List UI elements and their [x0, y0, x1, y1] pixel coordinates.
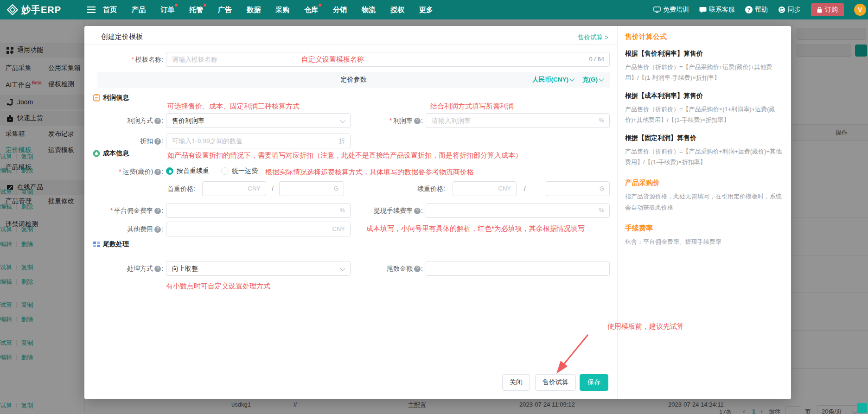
help-heading: 产品采购价 [625, 178, 783, 187]
sync-icon [778, 6, 785, 13]
first-weight-price-input[interactable] [202, 181, 266, 196]
next-weight-price-wrap: CNY [453, 181, 517, 196]
notification-dot [204, 4, 206, 6]
divider [617, 26, 618, 399]
contact-support-link[interactable]: 联系客服 [699, 6, 735, 14]
chevron-down-icon [599, 76, 604, 81]
profit-rate-input[interactable] [426, 113, 610, 128]
slash-separator: / [524, 181, 526, 196]
help-icon[interactable]: ? [154, 138, 161, 145]
help-subheading: 根据【成本利润率】算售价 [625, 92, 783, 100]
help-text: 指产品货源价格，此处无需填写，在引用定价模板时，系统会自动获取此价格 [625, 191, 783, 213]
question-circle-icon: ? [745, 6, 753, 13]
subscribe-button[interactable]: 订购 [811, 3, 844, 16]
help-icon[interactable]: ? [154, 266, 161, 272]
annotation-profit-method: 可选择售价、成本、固定利润三种核算方式 [167, 102, 300, 111]
annotation-profit-rate: 结合利润方式填写所需利润 [430, 102, 514, 111]
annotation-discount-note: 如产品有设置折扣的情况下，需要填写对应折扣（注意，此处不是直接给产品设置折扣，而… [167, 151, 522, 160]
template-name-field-wrap: 0 / 64 自定义设置模板名称 [166, 52, 610, 67]
commission-label: *平台佣金费率?: [94, 203, 163, 218]
nav-more[interactable]: 更多 [419, 6, 433, 14]
save-button[interactable]: 保存 [580, 374, 608, 391]
nav-hosting[interactable]: 托管 [189, 6, 203, 14]
nav-purchase[interactable]: 采购 [275, 6, 289, 14]
nav-home[interactable]: 首页 [103, 6, 117, 14]
profit-section-header: 利润信息 [93, 94, 129, 102]
help-subheading: 根据【售价利润率】算售价 [625, 50, 783, 58]
floating-service-button[interactable] [857, 403, 867, 413]
lock-icon [817, 7, 822, 13]
topbar: 妙手ERP 首页 产品 订单 托管 广告 数据 采购 仓库 分销 物流 授权 更… [0, 0, 868, 19]
nav-orders[interactable]: 订单 [160, 6, 174, 14]
help-icon[interactable]: ? [154, 169, 161, 175]
close-button[interactable]: 关闭 [502, 374, 530, 391]
help-icon[interactable]: ? [154, 226, 161, 233]
help-heading: 售价计算公式 [625, 32, 783, 41]
nav-ads[interactable]: 广告 [218, 6, 232, 14]
first-weight-price-wrap: CNY [202, 181, 266, 196]
screen: 通用功能 产品采集 公用采集箱 AI工作台Beta 侵权检测 Joom 快速上货… [0, 0, 868, 414]
radio-flat-shipping[interactable]: 统一运费 [221, 167, 258, 175]
first-weight-grams-input[interactable] [279, 181, 344, 196]
miaoshou-logo-icon [6, 4, 19, 16]
chevron-down-icon [340, 118, 345, 123]
currency-select[interactable]: 人民币(CNY) [532, 76, 574, 84]
tail-section-title: 尾数处理 [103, 240, 129, 248]
annotation-shipping: 根据实际情况选择运费核算方式，具体填写的数据要参考物流商价格 [265, 168, 474, 177]
next-weight-grams-input[interactable] [546, 181, 610, 196]
help-link[interactable]: ? 帮助 [745, 6, 768, 14]
nav-authorization[interactable]: 授权 [390, 6, 404, 14]
help-icon[interactable]: ? [414, 118, 421, 124]
radio-unselected-icon [221, 167, 229, 175]
nav-distribution[interactable]: 分销 [333, 6, 347, 14]
chat-bubble-icon [699, 6, 707, 13]
nav-product[interactable]: 产品 [132, 6, 146, 14]
help-icon[interactable]: ? [154, 118, 161, 124]
profit-method-select[interactable]: 售价利润率 [166, 113, 351, 128]
commission-rate-input[interactable] [166, 203, 351, 218]
brand-title: 妙手ERP [21, 0, 61, 19]
nav-warehouse[interactable]: 仓库 [304, 6, 318, 14]
hamburger-menu-icon[interactable] [87, 6, 96, 13]
template-name-input[interactable] [166, 52, 610, 67]
nav-data[interactable]: 数据 [247, 6, 261, 14]
shipping-radio-group: 按首重续重 统一运费 [166, 167, 258, 175]
cost-section-header: 成本信息 [93, 149, 129, 158]
profit-section-icon [93, 94, 100, 102]
required-mark: * [119, 168, 121, 175]
other-fee-field-wrap: CNY [166, 222, 351, 236]
nav-logistics[interactable]: 物流 [362, 6, 376, 14]
price-trial-button[interactable]: 售价试算 [535, 374, 576, 391]
first-weight-label: 首重价格: [167, 181, 195, 196]
withdraw-fee-input[interactable] [426, 203, 610, 218]
help-icon[interactable]: ? [414, 208, 421, 214]
radio-first-continue-weight[interactable]: 按首重续重 [166, 167, 209, 175]
modal-title: 创建定价模板 [101, 32, 143, 41]
tail-method-label: 处理方式?: [94, 261, 163, 276]
annotation-cost-fill: 成本填写，小问号里有具体的解析，红色*为必填项，其余根据情况填写 [366, 224, 585, 233]
help-icon[interactable]: ? [154, 208, 161, 214]
profit-method-label: 利润方式?: [94, 113, 163, 128]
help-formula: 产品售价（折前价）=【产品采购价×(1+利润率)+运费(藏价)+其他费用】/【(… [625, 104, 783, 126]
chevron-down-icon [569, 76, 574, 81]
required-mark: * [389, 117, 392, 124]
price-trial-top-link[interactable]: 售价试算 > [557, 33, 608, 42]
sync-link[interactable]: 同步 [778, 6, 801, 14]
discount-field-wrap: 折 [166, 134, 351, 148]
next-weight-grams-wrap: G [546, 181, 610, 196]
tail-method-select[interactable]: 向上取整 [166, 261, 351, 276]
weight-unit-select[interactable]: 克(G) [582, 76, 603, 84]
free-training-link[interactable]: 免费培训 [653, 6, 689, 14]
other-fee-input[interactable] [166, 222, 351, 236]
tail-section-header: 尾数处理 [93, 240, 129, 248]
commission-field-wrap: % [166, 203, 351, 218]
topbar-right: 免费培训 联系客服 ? 帮助 同步 订购 V [653, 0, 866, 19]
help-icon[interactable]: ? [414, 266, 421, 272]
withdraw-fee-label: 提现手续费率?: [353, 203, 423, 218]
help-formula: 产品售价（折前价）=【产品采购价+利润+运费(藏价)+其他费用】/【(1-手续费… [625, 146, 783, 168]
next-weight-price-input[interactable] [453, 181, 517, 196]
tail-amount-input[interactable] [426, 261, 610, 276]
discount-input[interactable] [166, 134, 351, 148]
tail-section-icon [93, 241, 100, 248]
user-avatar[interactable]: V [854, 4, 866, 16]
